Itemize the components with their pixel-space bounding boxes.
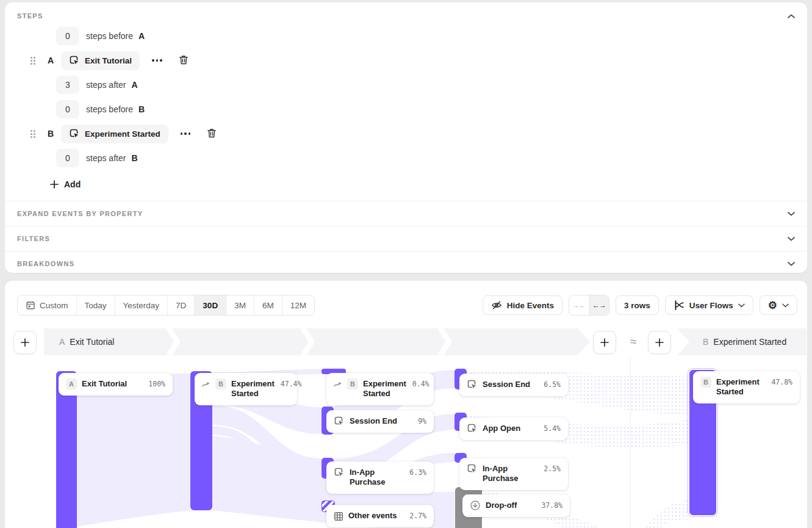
flow-node-percent: 6.5% [544,380,561,389]
chevron-down-icon[interactable] [788,262,795,266]
rows-button[interactable]: 3 rows [616,295,659,315]
flow-node-percent: 6.3% [409,468,426,477]
date-custom-button[interactable]: Custom [18,295,77,315]
flow-node-name: Drop-off [486,501,535,510]
date-today-button[interactable]: Today [77,295,115,315]
step-b-delete-button[interactable] [205,126,218,142]
flow-node-in-app-purchase-25[interactable]: In-App Purchase 2.5% [459,458,568,490]
chevron-down-icon[interactable] [788,212,795,216]
band-step-letter: A [59,337,65,347]
flow-node-drop-off[interactable]: Drop-off 37.8% [462,494,570,517]
event-icon [334,467,345,478]
approx-gap-symbol: ≈ [623,328,643,355]
flow-node-app-open[interactable]: App Open 5.4% [459,418,568,440]
flows-chart-panel: Custom Today Yesterday 7D 30D 3M 6M 12M … [5,281,807,528]
flow-node-percent: 37.8% [541,501,562,510]
eye-off-icon [491,300,502,311]
step-a-header-band[interactable]: A Exit Tutorial [44,328,590,355]
date-yesterday-button[interactable]: Yesterday [115,295,168,315]
flow-node-percent: 5.4% [544,424,561,433]
flow-node-name: Experiment Started [231,379,275,399]
steps-before-b-input[interactable]: 0 [56,100,79,118]
flow-node-session-end-65[interactable]: Session End 6.5% [459,374,568,396]
chevron-up-icon[interactable] [788,14,795,18]
flow-node-in-app-purchase-63[interactable]: In-App Purchase 6.3% [326,461,434,494]
steps-after-b-row: 0 steps after B [56,149,795,167]
collapse-expand-control: →← ←→ [569,295,609,316]
chevron-down-icon[interactable] [788,237,795,241]
steps-after-b-input[interactable]: 0 [56,149,79,167]
step-letter: B [138,104,145,114]
step-b-event-name: Experiment Started [85,129,160,139]
calendar-icon [26,300,35,310]
chevron-down-icon [782,303,789,308]
section-label: FILTERS [17,235,50,242]
flow-node-experiment-started-474[interactable]: B Experiment Started 47.4% [195,373,297,405]
add-column-middle-button[interactable] [593,331,616,354]
step-a-more-button[interactable] [149,57,165,64]
steps-section-header[interactable]: STEPS [17,10,795,22]
band-event-name: Experiment Started [713,337,786,347]
plus-icon [50,180,59,189]
step-b-header-band[interactable]: B Experiment Started [677,328,807,355]
step-a-event-name: Exit Tutorial [85,56,132,65]
flow-node-experiment-started-04[interactable]: B Experiment Started 0.4% [326,373,434,405]
hide-events-button[interactable]: Hide Events [483,295,562,315]
date-7d-button[interactable]: 7D [168,295,195,315]
flow-node-name: Experiment Started [716,377,765,397]
steps-after-a-input[interactable]: 3 [56,76,79,94]
view-selector-button[interactable]: User Flows [665,295,753,315]
step-badge: B [347,378,358,389]
steps-panel: STEPS 0 steps before A A Exit Tutorial [5,2,807,273]
grid-icon [334,512,343,521]
flow-node-name: App Open [483,424,537,433]
step-a-delete-button[interactable] [177,53,190,68]
add-column-start-button[interactable] [13,331,37,354]
steps-title: STEPS [17,12,43,20]
settings-button[interactable]: ⚙ [760,295,797,315]
flow-node-experiment-started-478[interactable]: B Experiment Started 47.8% [693,371,800,403]
flow-node-name: Experiment Started [363,379,406,399]
event-icon [69,55,80,66]
chart-toolbar-right: Hide Events →← ←→ 3 rows User Flows ⚙ [483,295,797,316]
collapse-columns-button[interactable]: →← [569,295,589,315]
steps-after-b-label: steps after [86,153,126,163]
chevron-down-icon [738,303,745,308]
steps-before-a-label: steps before [86,31,133,41]
step-letter: A [131,80,137,90]
section-expand-events-by-property[interactable]: EXPAND EVENTS BY PROPERTY [5,201,807,226]
drag-handle-icon[interactable] [31,57,35,65]
flow-node-name: In-App Purchase [483,464,537,484]
date-30d-button[interactable]: 30D [195,295,226,315]
flow-node-exit-tutorial[interactable]: A Exit Tutorial 100% [59,373,173,396]
flow-node-other-events[interactable]: Other events 2.7% [326,505,434,527]
step-a-event-button[interactable]: Exit Tutorial [61,51,140,70]
step-b-more-button[interactable] [178,130,193,137]
trash-icon [178,54,189,65]
section-filters[interactable]: FILTERS [5,226,807,251]
flow-node-percent: 47.4% [281,380,302,388]
trash-icon [206,128,217,139]
steps-before-a-input[interactable]: 0 [56,27,79,45]
expand-columns-button[interactable]: ←→ [589,295,609,315]
add-step-button[interactable]: Add [50,177,99,192]
date-6m-button[interactable]: 6M [254,295,282,315]
step-letter: A [138,31,145,41]
plus-icon [21,338,29,347]
drag-handle-icon[interactable] [31,130,35,138]
add-column-before-b-button[interactable] [648,331,671,354]
event-icon [467,463,478,474]
flow-node-session-end-9[interactable]: Session End 9% [326,410,434,433]
add-step-label: Add [64,179,81,189]
flow-node-name: Other events [348,511,403,521]
event-icon [69,128,80,139]
event-icon [334,416,345,427]
date-3m-button[interactable]: 3M [226,295,254,315]
date-12m-button[interactable]: 12M [282,295,314,315]
step-letter: B [131,153,137,163]
steps-before-b-label: steps before [86,104,133,114]
step-b-event-button[interactable]: Experiment Started [61,125,168,143]
step-b-letter: B [46,129,55,139]
section-breakdowns[interactable]: BREAKDOWNS [5,251,807,276]
date-range-control: Custom Today Yesterday 7D 30D 3M 6M 12M [17,295,315,316]
